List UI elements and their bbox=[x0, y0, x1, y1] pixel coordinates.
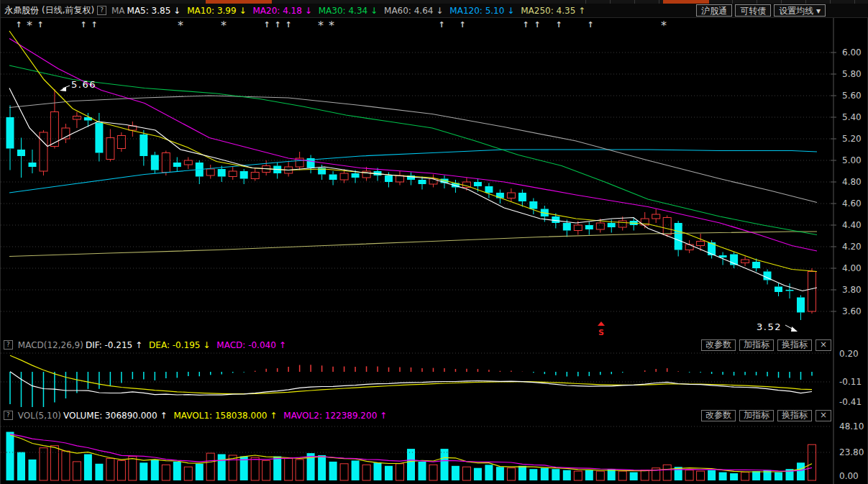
macd-change-params-button[interactable]: 改参数 bbox=[701, 339, 736, 351]
candle bbox=[29, 163, 37, 167]
ma-line-MA10 bbox=[9, 31, 817, 272]
event-arrow-icon[interactable]: ↑ bbox=[522, 20, 529, 29]
volume-bar bbox=[407, 449, 415, 480]
candle bbox=[574, 225, 582, 231]
volume-bar bbox=[752, 471, 760, 480]
volume-bar bbox=[518, 466, 526, 480]
macd-help-button[interactable]: ? bbox=[4, 340, 13, 350]
ma-line-MA60 bbox=[9, 96, 817, 203]
macd-close-icon[interactable]: × bbox=[816, 339, 831, 351]
vol-add-indicator-button[interactable]: 加指标 bbox=[739, 410, 774, 421]
event-asterisk-icon[interactable]: * bbox=[661, 19, 667, 32]
event-arrow-icon[interactable]: ↑ bbox=[91, 20, 97, 29]
volume-bar bbox=[50, 446, 58, 480]
price-axis-label: 5.60 bbox=[842, 91, 862, 101]
volume-bar bbox=[775, 472, 782, 480]
volume-bar bbox=[596, 471, 604, 480]
candle bbox=[184, 160, 192, 165]
legend-item: MA60: 4.64 ↓ bbox=[384, 6, 443, 16]
vol-switch-indicator-button[interactable]: 换指标 bbox=[777, 410, 812, 421]
caret-down-icon: ▾ bbox=[816, 6, 821, 16]
event-asterisk-icon[interactable]: * bbox=[221, 19, 227, 32]
vol-change-params-button[interactable]: 改参数 bbox=[701, 410, 736, 421]
candle bbox=[419, 180, 426, 184]
vol-panel-header: ? VOL(5,10) VOLUME: 306890.000 ↑MAVOL1: … bbox=[1, 408, 831, 422]
candle bbox=[385, 175, 393, 182]
macd-panel-header: ? MACD(12,26,9) DIF: -0.215 ↑DEA: -0.195… bbox=[1, 338, 831, 352]
event-arrow-icon[interactable]: ↑ bbox=[263, 20, 270, 29]
event-arrow-icon[interactable]: ↑ bbox=[459, 20, 465, 29]
candle bbox=[206, 169, 214, 175]
volume-bar bbox=[273, 457, 281, 481]
legend-item: MAVOL1: 158038.000 ↑ bbox=[174, 411, 278, 421]
volume-bar bbox=[84, 455, 92, 481]
volume-bar bbox=[218, 455, 226, 481]
volume-bar bbox=[140, 462, 147, 480]
volume-bar bbox=[697, 471, 705, 480]
dea-line bbox=[10, 355, 812, 393]
event-arrow-icon[interactable]: ↑ bbox=[438, 20, 444, 29]
macd-add-indicator-button[interactable]: 加指标 bbox=[739, 339, 774, 351]
price-axis-label: 4.20 bbox=[842, 242, 862, 252]
candle bbox=[73, 117, 81, 120]
ma-line-MA20 bbox=[9, 39, 817, 252]
legend-item: DEA: -0.195 ↓ bbox=[149, 340, 210, 350]
event-asterisk-icon[interactable]: * bbox=[27, 19, 32, 32]
ma-prefix: MA bbox=[111, 6, 125, 16]
candle bbox=[552, 216, 559, 223]
volume-bar bbox=[585, 470, 593, 480]
volume-bar bbox=[62, 451, 70, 480]
volume-bar bbox=[719, 472, 727, 480]
ma-settings-button[interactable]: 设置均线 ▾ bbox=[774, 4, 826, 17]
hgt-button[interactable]: 沪股通 bbox=[696, 4, 732, 17]
event-asterisk-icon[interactable]: * bbox=[329, 19, 334, 32]
volume-bar bbox=[206, 453, 214, 480]
event-arrow-icon[interactable]: ↑ bbox=[80, 20, 86, 29]
legend-item: MACD: -0.040 ↑ bbox=[216, 340, 285, 350]
volume-bar bbox=[106, 458, 114, 480]
candle bbox=[151, 155, 159, 170]
volume-bar bbox=[262, 460, 270, 480]
candle bbox=[596, 223, 604, 229]
volume-bar bbox=[552, 469, 559, 480]
xr-triangle-icon[interactable] bbox=[598, 321, 605, 326]
volume-bar bbox=[117, 460, 125, 480]
event-arrow-icon[interactable]: ↑ bbox=[587, 20, 593, 29]
help-button[interactable]: ? bbox=[97, 6, 106, 15]
xr-s-marker[interactable]: S bbox=[598, 328, 604, 337]
macd-switch-indicator-button[interactable]: 换指标 bbox=[777, 339, 812, 351]
price-annotation: 5.66 bbox=[71, 79, 96, 90]
macd-axis-label: -0.11 bbox=[839, 377, 862, 387]
candle bbox=[117, 136, 125, 149]
event-arrow-icon[interactable]: ↑ bbox=[285, 20, 291, 29]
volume-bar bbox=[17, 452, 25, 480]
candle bbox=[162, 153, 170, 173]
event-arrow-icon[interactable]: ↑ bbox=[15, 20, 22, 29]
convertible-bond-button[interactable]: 可转债 bbox=[735, 4, 771, 17]
candle bbox=[608, 223, 616, 227]
event-arrow-icon[interactable]: ↑ bbox=[555, 20, 562, 29]
candle bbox=[697, 242, 705, 246]
vol-help-button[interactable]: ? bbox=[4, 411, 13, 420]
candle bbox=[474, 182, 482, 186]
stock-name: 永鼎股份 bbox=[4, 4, 39, 17]
volume-bar bbox=[641, 470, 649, 480]
volume-bar bbox=[318, 455, 326, 480]
candle bbox=[675, 223, 682, 250]
volume-bar bbox=[251, 457, 259, 480]
event-arrow-icon[interactable]: ↑ bbox=[274, 20, 280, 29]
candle bbox=[786, 290, 794, 291]
volume-bar bbox=[396, 464, 404, 480]
event-asterisk-icon[interactable]: * bbox=[318, 19, 324, 32]
candle bbox=[585, 225, 593, 229]
event-asterisk-icon[interactable]: * bbox=[178, 19, 183, 32]
volume-bar bbox=[362, 465, 370, 480]
event-arrow-icon[interactable]: ↑ bbox=[37, 20, 43, 29]
volume-bar bbox=[808, 444, 816, 480]
candle bbox=[95, 123, 103, 153]
vol-close-icon[interactable]: × bbox=[816, 410, 831, 421]
vol-axis-label: 23.80 bbox=[839, 447, 864, 457]
price-axis-label: 5.00 bbox=[842, 155, 862, 165]
event-arrow-icon[interactable]: ↑ bbox=[534, 20, 540, 29]
volume-bar bbox=[40, 448, 47, 480]
